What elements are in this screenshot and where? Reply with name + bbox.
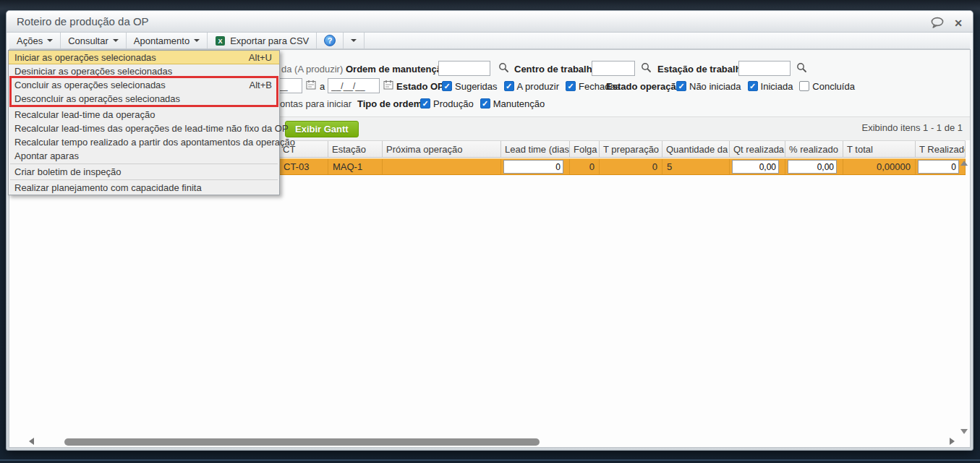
search-icon[interactable]: [498, 62, 509, 75]
grid-cell: 0: [570, 159, 600, 174]
menu-item[interactable]: Recalcular lead-time da operação: [9, 108, 279, 122]
exibir-gantt-button[interactable]: Exibir Gantt: [285, 121, 359, 137]
menu-item[interactable]: Iniciar as operações selecionadasAlt+U: [9, 51, 279, 64]
export-csv-label: Exportar para CSV: [230, 35, 309, 46]
menu-item[interactable]: Apontar aparas: [9, 149, 279, 163]
grid-cell-input[interactable]: [788, 160, 837, 174]
estado-op-label: Estado OP: [396, 81, 444, 92]
scroll-down-icon[interactable]: [960, 429, 968, 434]
menu-item-label: Desconcluir as operações selecionadas: [14, 93, 180, 104]
search-icon[interactable]: [641, 62, 652, 75]
menu-button-consultar[interactable]: Consultar: [61, 33, 127, 48]
menu-item-label: Recalcular lead-time da operação: [14, 109, 155, 120]
scroll-left-icon[interactable]: [29, 438, 34, 445]
grid-header-label: Quantidade da: [666, 144, 728, 155]
menu-item[interactable]: Recalcular lead-times das operações de l…: [9, 122, 279, 135]
checkbox-nao-iniciada[interactable]: Não iniciada: [676, 81, 741, 92]
menu-button-apontamento-label: Apontamento: [134, 35, 189, 46]
grid-header-cell[interactable]: Estação: [328, 141, 383, 157]
scroll-right-icon[interactable]: [950, 438, 955, 445]
grid-cell-input[interactable]: [732, 160, 779, 174]
grid-cell: 5: [662, 159, 730, 174]
grid-header-label: Folga: [574, 144, 597, 155]
menu-item-label: Apontar aparas: [14, 150, 79, 161]
menu-separator: [9, 106, 279, 108]
grid-cell: [730, 159, 785, 174]
checkbox-a-produzir[interactable]: A produzir: [504, 81, 560, 92]
grid-cell-input[interactable]: [503, 160, 563, 174]
checkbox-concluida[interactable]: Concluída: [799, 81, 855, 92]
menu-button-acoes[interactable]: Ações: [9, 33, 61, 48]
centro-trabalho-input[interactable]: [592, 61, 635, 76]
calendar-icon[interactable]: [383, 80, 393, 92]
help-dropdown-button[interactable]: [344, 33, 365, 48]
grid-header-cell[interactable]: Quantidade da: [662, 141, 730, 157]
estado-operacao-checkbox-group: Não iniciada Iniciada Concluída: [676, 79, 855, 93]
help-icon: ?: [324, 35, 336, 46]
grid-header-cell[interactable]: T Realizado: [916, 141, 966, 157]
checkbox-sugeridas[interactable]: Sugeridas: [442, 81, 498, 92]
menu-item-label: Recalcular tempo realizado a partir dos …: [14, 137, 295, 148]
menu-item[interactable]: Realizar planejamento com capacidade fin…: [9, 181, 279, 195]
menu-item-label: Desiniciar as operações selecionadas: [14, 66, 172, 77]
date-to-input[interactable]: [328, 78, 380, 93]
scroll-up-icon[interactable]: [960, 161, 968, 166]
menu-button-apontamento[interactable]: Apontamento: [127, 33, 208, 48]
grid-header-cell[interactable]: Qt realizada: [730, 141, 785, 157]
grid-cell: [501, 159, 570, 174]
close-icon[interactable]: ✕: [954, 18, 963, 28]
chevron-down-icon: [47, 39, 53, 42]
date-range-separator: a: [320, 81, 325, 92]
menu-item[interactable]: Desiniciar as operações selecionadas: [9, 64, 279, 78]
menu-item[interactable]: Recalcular tempo realizado a partir dos …: [9, 135, 279, 149]
excel-icon: X: [215, 35, 226, 46]
menu-item[interactable]: Criar boletim de inspeção: [9, 165, 279, 179]
grid-header-cell[interactable]: Lead time (dias): [501, 141, 570, 157]
chevron-down-icon: [194, 39, 200, 42]
search-icon[interactable]: [796, 62, 807, 75]
menu-item[interactable]: Desconcluir as operações selecionadas: [9, 92, 279, 106]
horizontal-scrollbar-thumb[interactable]: [64, 438, 540, 446]
checkbox-label: Sugeridas: [455, 81, 498, 92]
ordem-manutencao-input[interactable]: [438, 61, 490, 76]
menu-separator: [9, 179, 279, 181]
grid-header-label: Próxima operação: [386, 144, 463, 155]
help-button[interactable]: ?: [317, 33, 344, 48]
checkbox-label: Manutenção: [493, 98, 545, 109]
checkbox-icon: [566, 81, 576, 91]
grid-cell-input[interactable]: [918, 160, 959, 174]
menu-separator: [9, 163, 279, 165]
ordem-manutencao-label: Ordem de manutenção: [346, 64, 448, 75]
checkbox-iniciada[interactable]: Iniciada: [748, 81, 793, 92]
grid-cell: 0,00000: [843, 159, 916, 174]
checkbox-producao[interactable]: Produção: [420, 98, 474, 109]
desktop-background: Roteiro de produção da OP ✕ Ações Consul…: [0, 0, 980, 463]
grid-header-cell[interactable]: % realizado: [785, 141, 843, 157]
comment-bubble-icon[interactable]: [930, 17, 945, 29]
grid-cell: [785, 159, 843, 174]
partial-label-a-produzir: da (A produzir): [281, 64, 343, 75]
partial-label-prontas-para-iniciar: ontas para iniciar: [280, 98, 351, 109]
grid-header-cell[interactable]: Folga: [570, 141, 600, 157]
menu-button-acoes-label: Ações: [17, 35, 43, 46]
menu-item-label: Criar boletim de inspeção: [14, 166, 121, 177]
export-csv-button[interactable]: X Exportar para CSV: [208, 33, 317, 48]
checkbox-label: Concluída: [812, 81, 855, 92]
grid-cell: [383, 159, 501, 174]
grid-header-label: Lead time (dias): [505, 144, 570, 155]
grid-header-cell[interactable]: T total: [843, 141, 916, 157]
grid-header-label: Qt realizada: [733, 144, 784, 155]
grid-header-cell[interactable]: T preparação: [600, 141, 662, 157]
calendar-icon[interactable]: [306, 80, 316, 92]
grid-cell: CT-03: [279, 159, 328, 174]
grid-header-cell[interactable]: Próxima operação: [383, 141, 501, 157]
checkbox-icon: [442, 81, 452, 91]
grid-cell: MAQ-1: [328, 159, 383, 174]
grid-cell-text: 0,00000: [877, 161, 911, 172]
estacao-trabalho-input[interactable]: [738, 61, 791, 76]
paging-status: Exibindo itens 1 - 1 de 1: [862, 122, 963, 133]
grid-header-label: Estação: [332, 144, 366, 155]
checkbox-manutencao[interactable]: Manutenção: [480, 98, 545, 109]
chevron-down-icon: [351, 39, 357, 42]
menu-item[interactable]: Concluir as operações selecionadasAlt+B: [9, 78, 279, 92]
